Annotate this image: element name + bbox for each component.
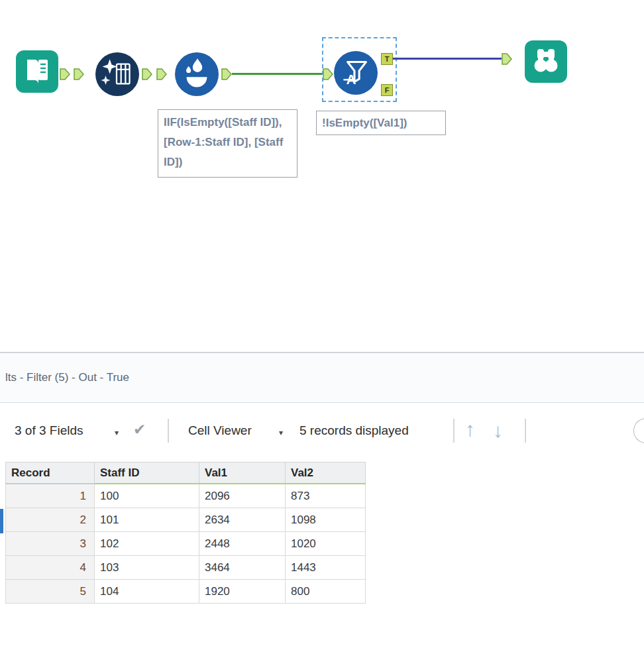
data-cleansing-tool[interactable] xyxy=(95,52,139,96)
record-cell: 3 xyxy=(6,532,95,556)
val1-cell: 3464 xyxy=(199,556,286,580)
toolbar-separator xyxy=(168,419,169,443)
table-row[interactable]: 1 100 2096 873 xyxy=(6,484,366,508)
filter-icon: A xyxy=(334,51,378,95)
val2-cell: 800 xyxy=(286,580,366,604)
connection-anchor-icon xyxy=(142,68,152,80)
cell-viewer-dropdown[interactable]: Cell Viewer xyxy=(188,423,252,438)
staff-id-cell: 104 xyxy=(95,580,199,604)
column-header-record[interactable]: Record xyxy=(6,462,95,484)
results-panel: lts - Filter (5) - Out - True 3 of 3 Fie… xyxy=(0,352,644,650)
multi-row-formula-annotation[interactable]: IIF(IsEmpty([Staff ID]), [Row-1:Staff ID… xyxy=(158,109,297,178)
data-cleansing-icon xyxy=(95,52,139,96)
val2-cell: 873 xyxy=(286,484,366,508)
output-anchor[interactable] xyxy=(221,68,232,80)
input-anchor[interactable] xyxy=(323,68,333,80)
input-anchor[interactable] xyxy=(74,68,84,80)
input-data-icon xyxy=(16,50,58,93)
output-anchor[interactable] xyxy=(142,68,152,80)
connection-anchor-icon xyxy=(156,68,167,80)
table-row[interactable]: 4 103 3464 1443 xyxy=(6,556,366,580)
staff-id-cell: 101 xyxy=(95,508,199,532)
toolbar-separator xyxy=(453,419,455,443)
records-displayed-label: 5 records displayed xyxy=(299,423,409,438)
toolbar-separator xyxy=(525,419,526,443)
table-row[interactable]: 5 104 1920 800 xyxy=(6,580,366,604)
multi-row-formula-icon xyxy=(175,52,219,96)
output-anchor[interactable] xyxy=(60,68,70,80)
connection-anchor-icon xyxy=(221,68,232,80)
val1-cell: 2634 xyxy=(199,508,286,532)
val2-cell: 1443 xyxy=(286,556,366,580)
column-header-staff-id[interactable]: Staff ID xyxy=(95,462,199,484)
connection-wire-selected[interactable] xyxy=(393,58,502,60)
val2-cell: 1098 xyxy=(286,508,366,532)
results-title: lts - Filter (5) - Out - True xyxy=(5,371,129,384)
staff-id-cell: 103 xyxy=(95,556,199,580)
staff-id-cell: 102 xyxy=(95,532,199,556)
record-cell: 4 xyxy=(6,556,95,580)
arrow-down-icon[interactable]: ↓ xyxy=(493,421,503,441)
svg-text:A: A xyxy=(347,72,356,87)
alteryx-window: A T F xyxy=(0,0,644,650)
input-anchor[interactable] xyxy=(502,53,512,65)
staff-id-cell: 100 xyxy=(95,484,199,508)
val1-cell: 2448 xyxy=(199,532,286,556)
connection-anchor-icon xyxy=(323,68,333,80)
false-output-anchor[interactable]: F xyxy=(381,84,393,96)
connection-anchor-icon xyxy=(74,68,84,80)
workflow-canvas[interactable]: A T F xyxy=(0,0,644,352)
row-selection-indicator xyxy=(0,509,3,533)
table-row[interactable]: 3 102 2448 1020 xyxy=(6,532,366,556)
browse-tool[interactable] xyxy=(525,40,567,83)
results-header: lts - Filter (5) - Out - True xyxy=(0,353,644,403)
filter-tool[interactable]: A xyxy=(334,51,378,95)
results-table-body: 1 100 2096 873 2 101 2634 1098 3 102 244… xyxy=(6,484,366,604)
search-input-partial[interactable] xyxy=(633,418,644,443)
table-header-row: Record Staff ID Val1 Val2 xyxy=(6,462,366,484)
record-cell: 5 xyxy=(6,580,95,604)
true-output-anchor[interactable]: T xyxy=(381,53,393,65)
arrow-up-icon[interactable]: ↑ xyxy=(465,419,475,439)
connection-anchor-icon xyxy=(60,68,70,80)
connection-anchor-icon xyxy=(502,53,512,65)
record-cell: 2 xyxy=(6,508,95,532)
input-data-tool[interactable] xyxy=(16,50,58,93)
input-anchor[interactable] xyxy=(156,68,167,80)
apply-check-icon[interactable]: ✔ xyxy=(133,421,146,439)
chevron-down-icon[interactable]: ▾ xyxy=(115,428,119,437)
multi-row-formula-tool[interactable] xyxy=(175,52,219,96)
browse-binoculars-icon xyxy=(525,40,567,83)
table-row[interactable]: 2 101 2634 1098 xyxy=(6,508,366,532)
column-header-val2[interactable]: Val2 xyxy=(286,462,366,484)
fields-dropdown[interactable]: 3 of 3 Fields xyxy=(15,423,83,438)
connection-wire[interactable] xyxy=(232,73,323,75)
val2-cell: 1020 xyxy=(286,532,366,556)
val1-cell: 1920 xyxy=(199,580,286,604)
filter-annotation[interactable]: !IsEmpty([Val1]) xyxy=(316,111,446,135)
record-cell: 1 xyxy=(6,484,95,508)
column-header-val1[interactable]: Val1 xyxy=(199,462,286,484)
results-table: Record Staff ID Val1 Val2 1 100 2096 873… xyxy=(5,462,366,604)
results-content: 3 of 3 Fields ▾ ✔ Cell Viewer ▾ 5 record… xyxy=(0,403,644,650)
chevron-down-icon[interactable]: ▾ xyxy=(279,428,283,437)
val1-cell: 2096 xyxy=(199,484,286,508)
